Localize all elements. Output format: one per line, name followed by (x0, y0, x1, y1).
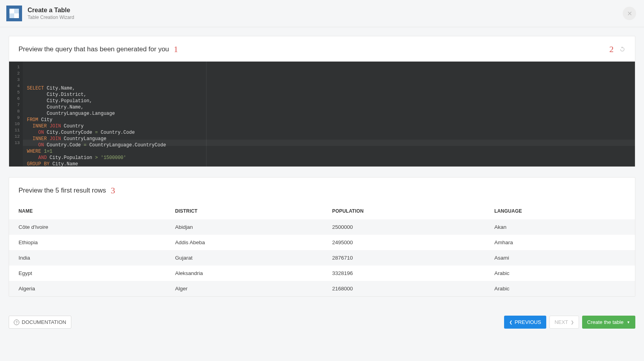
line-gutter: 12345678910111213 (9, 62, 23, 166)
table-row: AlgeriaAlger2168000Arabic (9, 281, 635, 296)
next-button: NEXT ❯ (549, 316, 579, 329)
table-cell: Aleksandria (166, 266, 323, 281)
table-cell: Côte d'Ivoire (9, 219, 166, 235)
code-line[interactable]: AND City.Population > '1500000' (27, 155, 631, 161)
code-line[interactable]: ON Country.Code = CountryLanguage.Countr… (27, 142, 631, 148)
query-preview-panel: Preview the query that has been generate… (9, 36, 635, 167)
create-table-button[interactable]: Create the table ▼ (582, 316, 635, 329)
code-line[interactable]: INNER JOIN Country (27, 123, 631, 129)
code-line[interactable]: WHERE 1=1 (27, 148, 631, 155)
close-button[interactable]: ✕ (623, 7, 636, 20)
table-cell: Arabic (485, 281, 635, 296)
callout-3: 3 (111, 185, 115, 196)
results-preview-heading: Preview the 5 first result rows (19, 187, 106, 195)
print-margin (206, 62, 207, 166)
svg-rect-4 (9, 13, 14, 18)
table-header-row: NAMEDISTRICTPOPULATIONLANGUAGE (9, 203, 635, 219)
table-cell: Asami (485, 250, 635, 266)
table-row: IndiaGujarat2876710Asami (9, 250, 635, 266)
table-row: EgyptAleksandria3328196Arabic (9, 266, 635, 281)
previous-button[interactable]: ❮ PREVIOUS (504, 316, 546, 329)
code-area[interactable]: SELECT City.Name, City.District, City.Po… (23, 62, 635, 166)
query-preview-heading: Preview the query that has been generate… (19, 45, 169, 53)
page-title: Create a Table (28, 7, 74, 14)
app-logo-icon (6, 6, 22, 21)
code-line[interactable]: GROUP BY City.Name (27, 161, 631, 167)
code-line[interactable]: ON City.CountryCode = Country.Code (27, 129, 631, 136)
previous-label: PREVIOUS (515, 319, 541, 325)
column-header: NAME (9, 203, 166, 219)
help-icon: ? (14, 320, 19, 325)
column-header: POPULATION (323, 203, 485, 219)
create-table-label: Create the table (587, 319, 624, 325)
callout-2: 2 (609, 44, 614, 54)
documentation-label: DOCUMENTATION (22, 319, 66, 325)
caret-down-icon: ▼ (627, 320, 630, 324)
table-cell: Egypt (9, 266, 166, 281)
table-cell: Abidjan (166, 219, 323, 235)
wizard-footer: ? DOCUMENTATION ❮ PREVIOUS NEXT ❯ Create… (0, 316, 644, 337)
next-label: NEXT (555, 319, 568, 325)
table-cell: Algeria (9, 281, 166, 296)
table-cell: Ethiopia (9, 235, 166, 250)
table-cell: 3328196 (323, 266, 485, 281)
code-line[interactable]: INNER JOIN CountryLanguage (27, 136, 631, 142)
wizard-header: Create a Table Table Creation Wizard ✕ (0, 0, 644, 27)
sql-editor[interactable]: 12345678910111213 SELECT City.Name, City… (9, 62, 635, 166)
results-preview-panel: Preview the 5 first result rows 3 NAMEDI… (9, 177, 635, 297)
results-table: NAMEDISTRICTPOPULATIONLANGUAGE Côte d'Iv… (9, 203, 635, 296)
table-cell: Arabic (485, 266, 635, 281)
table-cell: 2876710 (323, 250, 485, 266)
table-row: Côte d'IvoireAbidjan2500000Akan (9, 219, 635, 235)
table-cell: 2168000 (323, 281, 485, 296)
chevron-right-icon: ❯ (571, 320, 574, 324)
code-line[interactable]: City.District, (27, 92, 631, 98)
code-line[interactable]: City.Population, (27, 98, 631, 104)
code-line[interactable]: Country.Name, (27, 104, 631, 110)
table-cell: 2495000 (323, 235, 485, 250)
table-row: EthiopiaAddis Abeba2495000Amhara (9, 235, 635, 250)
page-subtitle: Table Creation Wizard (28, 15, 74, 20)
svg-rect-1 (9, 9, 14, 13)
column-header: DISTRICT (166, 203, 323, 219)
chevron-left-icon: ❮ (509, 320, 512, 324)
callout-1: 1 (174, 44, 178, 54)
table-cell: Amhara (485, 235, 635, 250)
table-cell: India (9, 250, 166, 266)
table-cell: Akan (485, 219, 635, 235)
code-line[interactable]: SELECT City.Name, (27, 85, 631, 92)
svg-rect-3 (14, 9, 19, 13)
column-header: LANGUAGE (485, 203, 635, 219)
code-line[interactable]: CountryLanguage.Language (27, 110, 631, 117)
svg-rect-2 (14, 13, 19, 18)
table-cell: Addis Abeba (166, 235, 323, 250)
documentation-button[interactable]: ? DOCUMENTATION (9, 316, 71, 329)
table-cell: 2500000 (323, 219, 485, 235)
table-cell: Alger (166, 281, 323, 296)
code-line[interactable]: FROM City (27, 117, 631, 123)
table-cell: Gujarat (166, 250, 323, 266)
refresh-icon[interactable] (619, 46, 625, 52)
close-icon: ✕ (627, 10, 632, 17)
